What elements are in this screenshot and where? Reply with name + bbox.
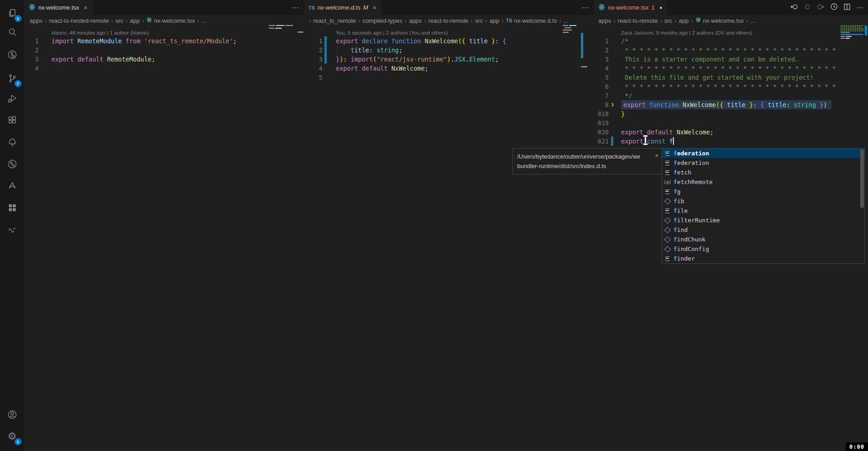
line-number[interactable]: 821 [594,137,609,146]
testing-tree-icon[interactable] [6,136,19,149]
line-number[interactable]: 1 [594,36,609,46]
split-editor-icon[interactable] [843,3,851,12]
line-number[interactable]: 5 [594,73,609,82]
code-line[interactable]: 5 [304,73,594,82]
code-line[interactable]: 1/* [594,36,868,46]
line-number[interactable]: 3 [24,55,39,64]
code-line[interactable]: 3}): import("react/jsx-runtime").JSX.Ele… [304,55,594,64]
breadcrumb-item[interactable]: apps [30,17,42,24]
line-number[interactable]: 2 [24,46,39,55]
code-line[interactable]: 1export declare function NxWelcome({ tit… [304,36,594,46]
run-debug-icon[interactable] [6,92,19,105]
suggest-item-find[interactable]: find [662,225,864,235]
line-number[interactable]: 1 [304,36,323,46]
open-previous-change-icon[interactable] [790,3,798,12]
code-line[interactable]: 818} [594,109,868,118]
account-icon[interactable] [6,408,19,421]
breadcrumb-item[interactable]: app [489,17,499,24]
editor-more-actions-icon[interactable]: ⋯ [582,4,589,12]
remote-wave-icon[interactable] [6,223,19,236]
suggest-item-federation[interactable]: federation [662,158,864,168]
breadcrumb-item[interactable]: app [130,17,140,24]
breadcrumb-item[interactable]: ... [201,17,206,24]
line-number[interactable]: 5 [304,73,323,82]
suggest-item-fetchRemote[interactable]: [@]fetchRemote [662,177,864,187]
line-number[interactable]: 6 [594,82,609,91]
breadcrumb-item[interactable]: react-ts-remote [428,17,468,24]
line-number[interactable]: 2 [594,46,609,55]
editor-more-actions-icon[interactable]: ⋯ [292,4,299,12]
extensions-icon[interactable] [6,114,19,127]
line-number[interactable]: 819 [594,118,609,128]
line-number[interactable]: 1 [24,36,39,46]
tab-nx-welcome-tsx-left[interactable]: nx-welcome.tsx × [24,0,92,15]
breadcrumb-item[interactable]: nx-welcome.tsx [695,17,744,24]
suggest-item-fetch[interactable]: fetch [662,168,864,177]
code-line[interactable]: 6 * * * * * * * * * * * * * * * * * * * … [594,82,868,91]
line-number[interactable]: 7 [594,91,609,100]
explorer-icon[interactable]: 1 [6,7,19,20]
code-line[interactable]: 819 [594,118,868,128]
suggest-item-filterRuntime[interactable]: filterRuntime [662,215,864,225]
line-number[interactable]: 8 [594,100,609,109]
code-line[interactable]: 4 [24,64,304,73]
code-line[interactable]: 3 This is a starter component and can be… [594,55,868,64]
breadcrumb-item[interactable]: src [475,17,483,24]
tab-close-icon[interactable]: × [373,4,376,11]
git-blame-annotation[interactable]: You, 5 seconds ago | 2 authors (You and … [304,26,594,36]
source-control-icon[interactable]: 7 [6,72,19,85]
tab-nx-welcome-tsx-right[interactable]: nx-welcome.tsx 1 ● [594,0,667,15]
minimap[interactable] [269,25,275,26]
line-number[interactable]: 2 [304,46,323,55]
commit-graph-icon[interactable] [6,158,19,170]
breadcrumb-item[interactable]: react-ts-remote [618,17,658,24]
breadcrumb-item[interactable]: ... [564,17,569,24]
breadcrumb-item[interactable]: app [679,17,689,24]
suggest-item-file[interactable]: file [662,206,864,215]
breadcrumb-item[interactable]: src [115,17,123,24]
code-editor[interactable]: You, 5 seconds ago | 2 authors (You and … [304,26,594,451]
line-number[interactable]: 4 [24,64,39,73]
breadcrumb-item[interactable]: react_ts_remote [313,17,356,24]
git-blame-annotation[interactable]: Zack Jackson, 9 months ago | 2 authors (… [594,26,868,36]
editor-more-actions-icon[interactable]: ⋯ [856,4,863,12]
suggest-item-findChunk[interactable]: findChunk [662,235,864,244]
git-blame-annotation[interactable]: Hanric, 48 minutes ago | 1 author (Hanri… [24,26,304,36]
fold-chevron-icon[interactable]: ❯ [611,100,614,109]
breadcrumb-item[interactable]: apps [409,17,421,24]
nx-console-icon[interactable] [6,179,19,192]
gitlens-inspect-icon[interactable] [6,48,19,61]
breadcrumb-item[interactable]: ... [750,17,755,24]
suggest-item-fg[interactable]: fg [662,187,864,196]
code-line[interactable]: 8export function NxWelcome({ title }: { … [594,100,868,109]
minimap[interactable] [563,25,568,26]
breadcrumb-item[interactable]: src [664,17,672,24]
suggest-scrollbar[interactable] [860,149,864,208]
line-number[interactable]: 3 [304,55,323,64]
suggest-item-fib[interactable]: fib [662,196,864,206]
line-number[interactable]: 3 [594,55,609,64]
open-next-change-icon[interactable] [817,3,825,12]
search-icon[interactable] [6,26,19,39]
suggest-item-finder[interactable]: finder [662,254,864,263]
close-icon[interactable]: × [653,151,658,160]
code-line[interactable]: 1import RemoteModule from 'react_ts_remo… [24,36,304,46]
breadcrumb-item[interactable]: compiled-types [363,17,402,24]
code-line[interactable]: 3export default RemoteModule; [24,55,304,64]
code-editor[interactable]: Hanric, 48 minutes ago | 1 author (Hanri… [24,26,304,451]
line-number[interactable]: 818 [594,109,609,118]
line-number[interactable]: 4 [594,64,609,73]
settings-gear-icon[interactable]: ⚙ 1 [6,430,19,443]
code-line[interactable]: 821export const f [594,137,868,146]
code-line[interactable]: 4export default NxWelcome; [304,64,594,73]
code-line[interactable]: 2 [24,46,304,55]
compare-circle-icon[interactable] [804,3,811,12]
dirty-indicator-icon[interactable]: ● [660,5,662,10]
breadcrumb-item[interactable]: nx-welcome.tsx [146,17,195,24]
line-number[interactable]: 820 [594,128,609,137]
suggest-item-federation[interactable]: federation [662,149,864,158]
code-line[interactable]: 7 */ [594,91,868,100]
tab-nx-welcome-dts[interactable]: TS nx-welcome.d.ts M × [304,0,381,15]
code-line[interactable]: 2 * * * * * * * * * * * * * * * * * * * … [594,46,868,55]
breadcrumb-item[interactable]: react-ts-nested-remote [49,17,109,24]
